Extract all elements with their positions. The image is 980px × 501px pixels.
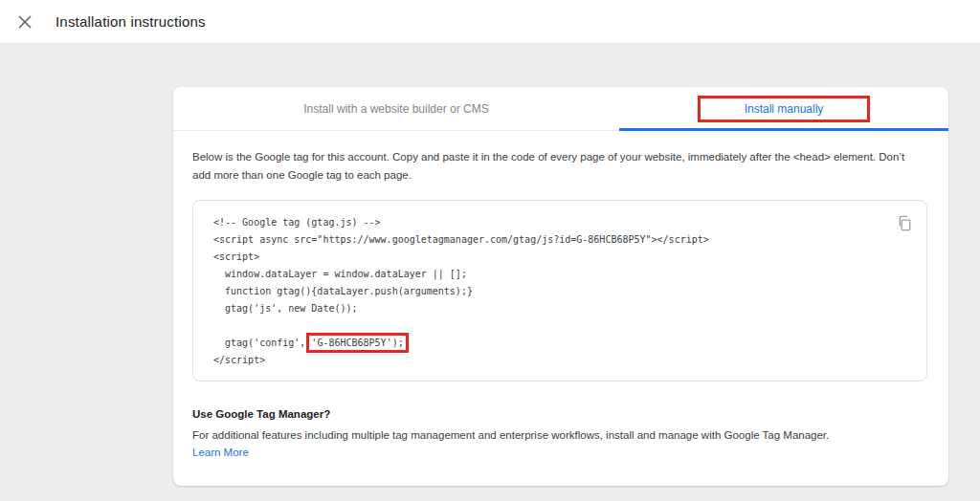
tab-install-with-cms-label: Install with a website builder or CMS [303, 102, 488, 116]
intro-text: Below is the Google tag for this account… [192, 148, 912, 185]
code-line: window.dataLayer = window.dataLayer || [… [213, 266, 888, 283]
tab-install-manually-label: Install manually [745, 102, 824, 116]
install-manually-annotation-rect: Install manually [698, 96, 871, 122]
copy-icon [897, 215, 913, 231]
code-line [213, 317, 888, 335]
measurement-id-annotation-rect: 'G-86HCB68P5Y'); [311, 338, 403, 348]
code-line: <script async src="https://www.googletag… [213, 231, 888, 249]
tab-install-with-cms[interactable]: Install with a website builder or CMS [173, 87, 619, 130]
page-title: Installation instructions [56, 13, 206, 30]
gtm-body-text: For additional features including multip… [192, 428, 929, 443]
close-icon [17, 14, 33, 30]
code-block-text: <!-- Google tag (gtag.js) --><script asy… [213, 214, 888, 369]
active-tab-underline [619, 128, 948, 131]
installation-card: Install with a website builder or CMS In… [173, 87, 948, 486]
code-line: </script> [213, 352, 888, 369]
tab-bar: Install with a website builder or CMS In… [173, 87, 948, 131]
google-tag-code-block: <!-- Google tag (gtag.js) --><script asy… [192, 200, 927, 381]
code-line: gtag('js', new Date()); [213, 300, 888, 317]
tab-install-manually[interactable]: Install manually [619, 87, 948, 130]
copy-button[interactable] [894, 212, 915, 233]
header: Installation instructions [0, 0, 980, 44]
tab-panel-install-manually: Below is the Google tag for this account… [173, 148, 948, 460]
code-line: <!-- Google tag (gtag.js) --> [213, 214, 888, 231]
code-line: <script> [213, 249, 888, 266]
close-button[interactable] [15, 12, 34, 32]
gtm-heading: Use Google Tag Manager? [192, 408, 929, 420]
learn-more-link[interactable]: Learn More [192, 447, 249, 458]
code-line: gtag('config', 'G-86HCB68P5Y'); [213, 335, 888, 352]
code-line: function gtag(){dataLayer.push(arguments… [213, 283, 888, 300]
